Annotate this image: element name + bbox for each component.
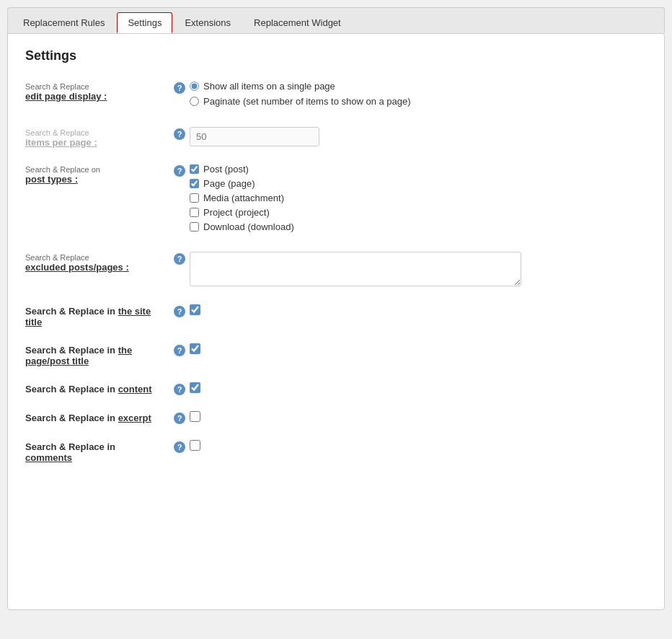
comments-help-icon[interactable]: ? (174, 441, 185, 453)
checkbox-post: Post (post) (190, 164, 647, 175)
setting-row-page-post-title: Search & Replace in the page/post title … (25, 343, 647, 366)
edit-page-display-help-icon[interactable]: ? (174, 82, 185, 94)
excerpt-checkbox[interactable] (190, 411, 200, 422)
post-types-help-col: ? (169, 164, 190, 177)
page-post-title-label-prefix: Search & Replace in (25, 345, 115, 356)
checkbox-download: Download (download) (190, 221, 647, 232)
items-per-page-label: Search & Replace items per page : (25, 127, 169, 148)
excerpt-help-col: ? (169, 411, 190, 424)
post-types-label-main: post types : (25, 174, 78, 185)
setting-row-comments: Search & Replace in comments ? (25, 440, 647, 463)
comments-checkbox[interactable] (190, 440, 200, 451)
excluded-posts-label-top: Search & Replace (25, 253, 169, 262)
edit-page-display-label-top: Search & Replace (25, 82, 169, 91)
excerpt-label-prefix: Search & Replace in (25, 413, 115, 423)
excluded-posts-label: Search & Replace excluded posts/pages : (25, 252, 169, 273)
checkbox-page-input[interactable] (190, 179, 199, 188)
edit-page-display-label: Search & Replace edit page display : (25, 81, 169, 102)
edit-page-display-controls: Show all items on a single page Paginate… (190, 81, 647, 111)
checkbox-post-label: Post (post) (203, 164, 249, 175)
tab-settings[interactable]: Settings (117, 12, 172, 33)
checkbox-project: Project (project) (190, 207, 647, 218)
tabs-bar: Replacement Rules Settings Extensions Re… (7, 7, 665, 33)
site-title-help-icon[interactable]: ? (174, 306, 185, 317)
checkbox-media-input[interactable] (190, 193, 199, 203)
content-help-col: ? (169, 382, 190, 395)
comments-label-prefix: Search & Replace in (25, 441, 115, 452)
content-checkbox[interactable] (190, 382, 200, 393)
page-post-title-controls (190, 343, 647, 354)
site-title-checkbox[interactable] (190, 304, 200, 315)
edit-page-display-label-main: edit page display : (25, 91, 107, 102)
comments-label: Search & Replace in comments (25, 440, 169, 463)
checkbox-download-input[interactable] (190, 222, 199, 232)
site-title-label: Search & Replace in the site title (25, 304, 169, 327)
page-post-title-checkbox[interactable] (190, 343, 200, 354)
comments-label-link: comments (25, 452, 72, 463)
items-per-page-input[interactable] (190, 127, 319, 146)
radio-single-page-input[interactable] (190, 81, 199, 91)
content-controls (190, 382, 647, 393)
excluded-posts-help-col: ? (169, 252, 190, 265)
page-wrapper: Replacement Rules Settings Extensions Re… (0, 0, 672, 617)
content-help-icon[interactable]: ? (174, 384, 185, 395)
setting-row-edit-page-display: Search & Replace edit page display : ? S… (25, 81, 647, 111)
checkbox-download-label: Download (download) (203, 221, 294, 232)
excerpt-label: Search & Replace in excerpt (25, 411, 169, 423)
checkbox-project-label: Project (project) (203, 207, 270, 218)
excluded-posts-help-icon[interactable]: ? (174, 253, 185, 265)
setting-row-excerpt: Search & Replace in excerpt ? (25, 411, 647, 424)
setting-row-items-per-page: Search & Replace items per page : ? (25, 127, 647, 148)
page-post-title-label: Search & Replace in the page/post title (25, 343, 169, 366)
comments-controls (190, 440, 647, 451)
page-post-title-help-icon[interactable]: ? (174, 345, 185, 356)
setting-row-site-title: Search & Replace in the site title ? (25, 304, 647, 327)
tab-replacement-widget[interactable]: Replacement Widget (243, 12, 352, 33)
excluded-posts-textarea[interactable] (190, 252, 521, 286)
excluded-posts-label-main: excluded posts/pages : (25, 262, 129, 273)
radio-paginate-label: Paginate (set number of items to show on… (203, 96, 411, 107)
excluded-posts-controls (190, 252, 647, 288)
items-per-page-controls (190, 127, 647, 146)
checkbox-media-label: Media (attachment) (203, 193, 284, 203)
excerpt-help-icon[interactable]: ? (174, 413, 185, 424)
content-label: Search & Replace in content (25, 382, 169, 395)
checkbox-page-label: Page (page) (203, 178, 255, 189)
radio-paginate-input[interactable] (190, 97, 199, 106)
settings-title: Settings (25, 48, 647, 63)
checkbox-post-input[interactable] (190, 164, 199, 174)
post-types-label-top: Search & Replace on (25, 165, 169, 174)
site-title-help-col: ? (169, 304, 190, 317)
content-label-link: content (118, 384, 152, 395)
tab-replacement-rules[interactable]: Replacement Rules (12, 12, 115, 33)
excerpt-label-link: excerpt (118, 413, 151, 423)
tab-extensions[interactable]: Extensions (174, 12, 242, 33)
setting-row-excluded-posts: Search & Replace excluded posts/pages : … (25, 252, 647, 288)
site-title-controls (190, 304, 647, 315)
radio-single-page-label: Show all items on a single page (203, 81, 335, 92)
post-types-controls: Post (post) Page (page) Media (attachmen… (190, 164, 647, 236)
radio-single-page: Show all items on a single page (190, 81, 647, 92)
items-per-page-help-col: ? (169, 127, 190, 140)
page-post-title-help-col: ? (169, 343, 190, 356)
content-label-prefix: Search & Replace in (25, 384, 115, 395)
post-types-help-icon[interactable]: ? (174, 165, 185, 177)
post-types-label: Search & Replace on post types : (25, 164, 169, 185)
items-per-page-label-top: Search & Replace (25, 128, 169, 137)
checkbox-project-input[interactable] (190, 208, 199, 217)
radio-paginate: Paginate (set number of items to show on… (190, 96, 647, 107)
checkbox-page: Page (page) (190, 178, 647, 189)
setting-row-content: Search & Replace in content ? (25, 382, 647, 395)
checkbox-media: Media (attachment) (190, 193, 647, 203)
items-per-page-label-main: items per page : (25, 137, 97, 148)
excerpt-controls (190, 411, 647, 422)
setting-row-post-types: Search & Replace on post types : ? Post … (25, 164, 647, 236)
comments-help-col: ? (169, 440, 190, 453)
site-title-label-prefix: Search & Replace in (25, 306, 115, 317)
items-per-page-help-icon[interactable]: ? (174, 128, 185, 140)
edit-page-display-help-col: ? (169, 81, 190, 94)
settings-content-card: Settings Search & Replace edit page disp… (7, 33, 665, 610)
